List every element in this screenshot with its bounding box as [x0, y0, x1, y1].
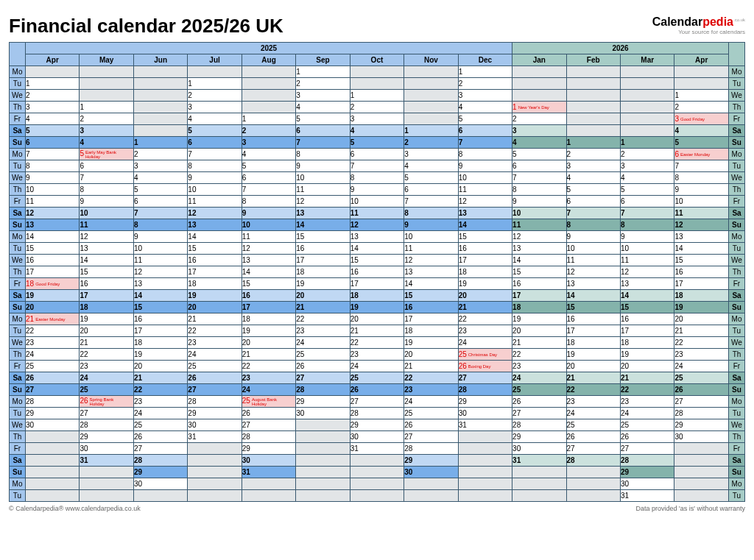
day-cell — [26, 490, 80, 502]
day-cell: 4 — [296, 102, 350, 113]
day-cell: 11 — [404, 243, 458, 255]
day-cell: 19 — [133, 349, 187, 361]
day-cell: 11 — [674, 208, 729, 219]
day-cell: 29 — [26, 408, 80, 419]
day-cell: 7 — [242, 184, 295, 196]
day-cell: 26 — [188, 372, 242, 384]
day-cell: 31 — [458, 419, 512, 431]
day-cell: 10 — [566, 243, 620, 255]
day-cell: 30 — [188, 419, 242, 431]
day-cell: 27 — [350, 396, 404, 408]
day-cell: 25 — [674, 372, 729, 384]
day-cell: 11 — [458, 184, 512, 196]
day-cell: 19 — [188, 290, 242, 302]
day-cell: 29 — [458, 396, 512, 408]
day-cell: 13 — [512, 243, 566, 255]
day-cell: 4 — [242, 149, 295, 160]
day-cell: 13 — [458, 208, 512, 219]
day-cell: 23 — [458, 325, 512, 337]
dow-label-right: Sa — [729, 208, 745, 219]
day-cell: 22 — [620, 384, 674, 396]
day-cell — [674, 490, 729, 502]
month-header: Sep — [296, 54, 350, 66]
day-cell: 26 — [350, 384, 404, 396]
day-cell: 20 — [80, 325, 133, 337]
day-cell: 23 — [512, 361, 566, 372]
day-cell — [133, 125, 187, 137]
day-cell: 5 — [512, 149, 566, 160]
month-header: Jul — [188, 54, 242, 66]
day-cell: 21 — [512, 337, 566, 349]
day-cell: 25 — [404, 408, 458, 419]
day-cell: 26 — [26, 372, 80, 384]
day-cell: 5 — [350, 137, 404, 149]
dow-label-right: Mo — [729, 66, 745, 78]
day-cell: 17 — [133, 325, 187, 337]
day-cell: 4 — [566, 172, 620, 184]
day-cell: 9 — [566, 231, 620, 243]
day-cell — [566, 66, 620, 78]
day-cell: 10 — [512, 208, 566, 219]
day-cell: 9 — [26, 172, 80, 184]
day-cell: 7 — [458, 137, 512, 149]
dow-label-left: Mo — [10, 396, 26, 408]
dow-label-right: Tu — [729, 160, 745, 172]
dow-label-right: Fr — [729, 278, 745, 290]
month-header: Oct — [350, 54, 404, 66]
day-cell: 16 — [350, 266, 404, 278]
day-cell: 28 — [188, 396, 242, 408]
day-cell: 14 — [242, 266, 295, 278]
dow-label-right: Su — [729, 302, 745, 313]
dow-label-left: Th — [10, 431, 26, 443]
day-cell: 17 — [404, 313, 458, 325]
day-cell: 22 — [350, 337, 404, 349]
day-cell: 4 — [404, 160, 458, 172]
day-cell: 1 — [80, 102, 133, 113]
day-cell: 24 — [458, 337, 512, 349]
day-cell — [566, 102, 620, 113]
dow-label-left: Tu — [10, 325, 26, 337]
day-cell: 29 — [350, 419, 404, 431]
day-cell — [404, 490, 458, 502]
day-cell: 30 — [674, 431, 729, 443]
day-cell — [80, 66, 133, 78]
day-cell — [404, 78, 458, 90]
day-cell: 3Good Friday — [674, 113, 729, 125]
day-cell: 8 — [512, 184, 566, 196]
day-cell: 8 — [566, 219, 620, 231]
calendar-table: 20252026AprMayJunJulAugSepOctNovDecJanFe… — [9, 42, 745, 502]
day-cell: 3 — [350, 113, 404, 125]
day-cell — [296, 455, 350, 467]
day-cell: 14 — [512, 255, 566, 266]
day-cell: 18 — [674, 290, 729, 302]
day-cell: 15 — [296, 231, 350, 243]
day-cell: 18Good Friday — [26, 278, 80, 290]
day-cell: 7 — [674, 160, 729, 172]
dow-label-left: Sa — [10, 372, 26, 384]
day-cell: 14 — [296, 219, 350, 231]
day-cell: 1 — [133, 137, 187, 149]
day-cell: 12 — [620, 266, 674, 278]
day-cell — [674, 478, 729, 490]
dow-label-right: Mo — [729, 149, 745, 160]
day-cell: 25 — [296, 349, 350, 361]
day-cell: 30 — [620, 478, 674, 490]
day-cell: 26 — [512, 396, 566, 408]
dow-label-left: Tu — [10, 490, 26, 502]
day-cell: 15 — [566, 302, 620, 313]
dow-label-left: We — [10, 419, 26, 431]
day-cell — [620, 90, 674, 102]
day-cell: 24 — [674, 361, 729, 372]
day-cell: 8 — [458, 149, 512, 160]
day-cell — [188, 455, 242, 467]
day-cell — [133, 113, 187, 125]
day-cell: 16 — [242, 290, 295, 302]
dow-label-left: Su — [10, 137, 26, 149]
day-cell — [674, 66, 729, 78]
day-cell: 15 — [404, 290, 458, 302]
day-cell: 25 — [188, 361, 242, 372]
day-cell: 15 — [458, 231, 512, 243]
day-cell — [242, 66, 295, 78]
dow-label-left: Sa — [10, 208, 26, 219]
day-cell: 12 — [404, 255, 458, 266]
